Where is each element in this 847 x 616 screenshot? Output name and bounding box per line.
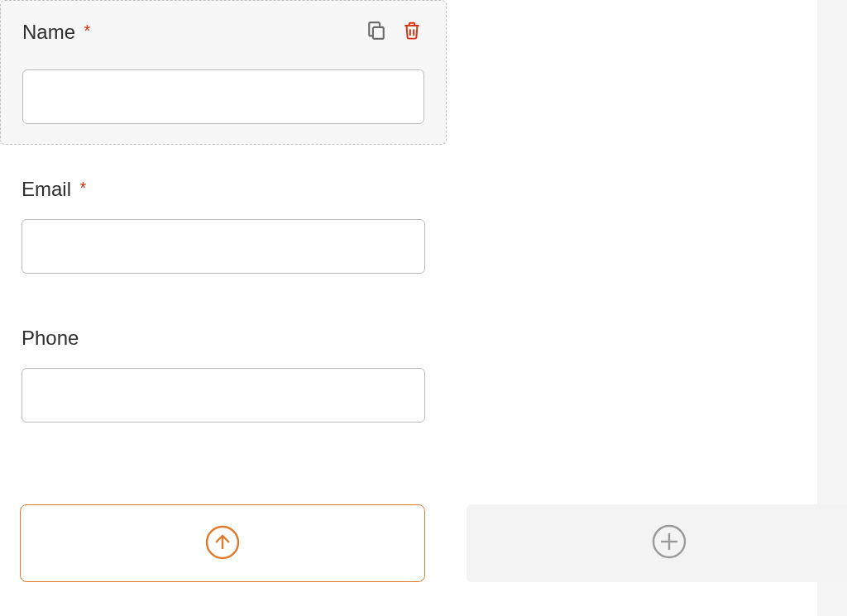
field-header: Name *: [22, 17, 424, 46]
field-label-wrap: Phone: [22, 327, 79, 350]
field-label-wrap: Email *: [22, 178, 86, 201]
email-input[interactable]: [22, 219, 425, 274]
phone-input[interactable]: [22, 368, 425, 423]
name-input[interactable]: [22, 69, 424, 124]
arrow-up-circle-icon: [204, 524, 241, 563]
delete-button[interactable]: [400, 18, 424, 45]
field-header: Phone: [22, 327, 425, 350]
required-star: *: [84, 21, 90, 40]
trash-icon: [401, 20, 423, 44]
svg-rect-0: [373, 27, 384, 39]
field-block-phone[interactable]: Phone: [0, 310, 447, 442]
field-header: Email *: [22, 178, 425, 201]
field-label: Phone: [22, 327, 79, 349]
required-star: *: [79, 179, 86, 197]
field-label: Name: [22, 21, 75, 43]
field-block-name[interactable]: Name *: [0, 0, 447, 145]
submit-button[interactable]: [20, 504, 425, 582]
plus-circle-icon: [651, 523, 687, 563]
field-label: Email: [22, 178, 71, 200]
add-field-button[interactable]: [467, 504, 847, 582]
copy-icon: [365, 19, 388, 45]
bottom-row: [20, 504, 847, 582]
field-actions: [363, 17, 424, 46]
field-label-wrap: Name *: [22, 21, 90, 44]
field-block-email[interactable]: Email *: [0, 161, 447, 294]
form-builder-canvas: Name *: [0, 0, 447, 459]
duplicate-button[interactable]: [363, 17, 390, 46]
